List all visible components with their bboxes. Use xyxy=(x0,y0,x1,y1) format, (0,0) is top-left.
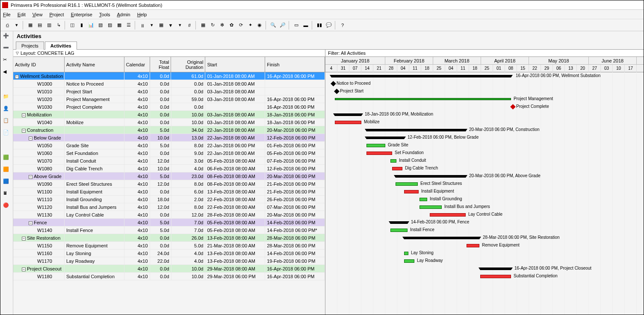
table-row[interactable]: W1110Install Grounding4x1018.0d2.0d22-Fe… xyxy=(13,196,325,203)
arrow-down-icon[interactable]: ▾ xyxy=(148,21,156,30)
menu-edit[interactable]: Edit xyxy=(18,12,26,17)
col-calendar[interactable]: Calendar xyxy=(124,57,150,72)
collapse-icon[interactable]: − xyxy=(15,75,19,79)
milestone[interactable] xyxy=(334,89,340,94)
menu-help[interactable]: Help xyxy=(137,12,147,17)
gantt-bar[interactable] xyxy=(467,244,479,247)
gantt-bar[interactable] xyxy=(331,75,511,77)
zoom-in-icon[interactable]: 🔍 xyxy=(269,21,278,30)
col-activity-id[interactable]: Activity ID xyxy=(13,57,65,72)
add-icon[interactable]: ➕ xyxy=(3,33,11,41)
group-icon[interactable]: ▦ xyxy=(157,21,165,30)
milestone[interactable] xyxy=(510,104,516,110)
gantt-bar[interactable] xyxy=(396,175,466,178)
trace-icon[interactable]: ▩ xyxy=(115,21,124,30)
apply-icon[interactable]: ✻ xyxy=(218,21,226,30)
red-icon[interactable]: 🔴 xyxy=(3,202,11,210)
table-row[interactable]: W1010Project Start4x100.0d0.0d03-Jan-201… xyxy=(13,88,325,95)
gantt-bar[interactable] xyxy=(366,144,385,147)
collapse-icon[interactable]: − xyxy=(22,113,26,117)
table-row[interactable]: W1090Erect Steel Structures4x1012.0d8.0d… xyxy=(13,180,325,188)
gantt-bar[interactable] xyxy=(366,129,466,131)
delete-icon[interactable]: ➖ xyxy=(3,45,11,53)
table-row[interactable]: −Above Grade4x105.0d23.0d08-Feb-2018 08:… xyxy=(13,172,325,180)
col-start[interactable]: Start xyxy=(205,57,265,72)
gantt-bar[interactable] xyxy=(419,205,442,209)
table-row[interactable]: W1040Mobilize4x100.0d10.0d03-Jan-2018 08… xyxy=(13,119,325,126)
gantt-bar[interactable] xyxy=(335,98,511,100)
bars-icon[interactable]: ▮ xyxy=(77,21,86,30)
table-row[interactable]: W1100Install Equipment4x100.0d6.0d13-Feb… xyxy=(13,188,325,196)
chevron-down-icon[interactable]: ▽ xyxy=(16,51,19,55)
table-row[interactable]: −Fence4x105.0d7.0d05-Feb-2018 08:00 AM14… xyxy=(13,219,325,226)
recalc-icon[interactable]: ⟳ xyxy=(236,21,245,30)
gantt-bar[interactable] xyxy=(419,198,427,201)
collapse-icon[interactable]: − xyxy=(29,221,32,225)
gantt-bar[interactable] xyxy=(392,167,402,170)
gantt-bar[interactable] xyxy=(335,121,361,124)
topic-icon[interactable]: 💬 xyxy=(325,21,333,30)
gantt-bar[interactable] xyxy=(404,190,419,193)
gantt-bar[interactable] xyxy=(404,259,414,263)
wbs-icon[interactable]: ☰ xyxy=(124,21,133,30)
store-icon[interactable]: ✦ xyxy=(246,21,254,30)
tab-projects[interactable]: Projects xyxy=(16,42,44,50)
collapse-icon[interactable]: − xyxy=(22,129,26,133)
gantt-bar[interactable] xyxy=(390,229,408,232)
green-icon[interactable]: 🟩 xyxy=(3,155,11,162)
col-finish[interactable]: Finish xyxy=(265,57,325,72)
gantt-bar[interactable] xyxy=(480,267,511,270)
table-row[interactable]: W1170Lay Roadway4x1022.0d4.0d13-Feb-2018… xyxy=(13,257,325,265)
print-icon[interactable]: ⎙ xyxy=(3,21,12,30)
table-row[interactable]: W1000Notice to Proceed4x100.0d0.0d01-Jan… xyxy=(13,80,325,88)
menu-enterprise[interactable]: Enterprise xyxy=(71,12,92,17)
cut-icon[interactable]: ✂ xyxy=(3,57,11,65)
left-arrow-icon[interactable]: ◀ xyxy=(3,69,11,77)
gantt-bar[interactable] xyxy=(404,237,479,239)
menu-admin[interactable]: Admin xyxy=(117,12,130,17)
gantt-bar[interactable] xyxy=(366,137,404,139)
orange-icon[interactable]: 🟧 xyxy=(3,166,11,174)
gantt-icon[interactable]: ▥ xyxy=(45,21,53,30)
table-row[interactable]: W1120Install Bus and Jumpers4x1012.0d8.0… xyxy=(13,203,325,211)
col-activity-name[interactable]: Activity Name xyxy=(65,57,124,72)
layout-icon[interactable]: ▦ xyxy=(26,21,35,30)
arrow-icon[interactable]: ↳ xyxy=(54,21,63,30)
calc-icon[interactable]: 🖩 xyxy=(3,190,11,198)
gantt-bar[interactable] xyxy=(390,221,408,224)
gantt-bar[interactable] xyxy=(404,252,408,255)
menu-project[interactable]: Project xyxy=(49,12,64,17)
chart-icon[interactable]: ◫ xyxy=(68,21,77,30)
clipboard-icon[interactable]: 📋 xyxy=(3,118,11,125)
folder-icon[interactable]: 📁 xyxy=(3,94,11,101)
menu-tools[interactable]: Tools xyxy=(99,12,110,17)
menu-view[interactable]: View xyxy=(32,12,43,17)
gantt-bar[interactable] xyxy=(366,152,392,155)
table-row[interactable]: W1180Substantial Completion4x100.0d10.0d… xyxy=(13,273,325,280)
expand-icon[interactable]: ▭ xyxy=(292,21,301,30)
col-total-float[interactable]: Total Float xyxy=(150,57,171,72)
table-row[interactable]: W1080Dig Cable Trench4x1010.0d4.0d06-Feb… xyxy=(13,165,325,172)
help-icon[interactable]: ? xyxy=(338,21,347,30)
table-row[interactable]: W1160Lay Stoning4x1024.0d4.0d13-Feb-2018… xyxy=(13,250,325,257)
columns-icon[interactable]: ⫼ xyxy=(138,21,147,30)
report-icon[interactable]: ▧ xyxy=(96,21,105,30)
table-row[interactable]: W1050Grade Site4x105.0d8.0d22-Jan-2018 0… xyxy=(13,142,325,149)
docs-icon[interactable]: 📄 xyxy=(3,130,11,137)
table-row[interactable]: W1150Remove Equipment4x100.0d5.0d21-Mar-… xyxy=(13,242,325,250)
table-row[interactable]: −Wellmont Substation4x100.0d61.0d01-Jan-… xyxy=(13,72,325,80)
collapse-icon[interactable]: − xyxy=(22,237,26,241)
collapse-icon[interactable]: − xyxy=(29,137,32,140)
table-row[interactable]: −Construction4x105.0d34.0d22-Jan-2018 08… xyxy=(13,126,325,134)
level-icon[interactable]: ↻ xyxy=(208,21,217,30)
zoom-out-icon[interactable]: 🔎 xyxy=(278,21,287,30)
preview-icon[interactable]: ▾ xyxy=(12,21,21,30)
blue-icon[interactable]: 🟦 xyxy=(3,178,11,186)
user-icon[interactable]: 👤 xyxy=(3,106,11,113)
commit-icon[interactable]: ◉ xyxy=(255,21,264,30)
hash-icon[interactable]: # xyxy=(185,21,194,30)
milestone[interactable] xyxy=(331,81,336,86)
gantt-bar[interactable] xyxy=(430,213,466,217)
table-row[interactable]: −Site Restoration4x100.0d26.0d13-Feb-201… xyxy=(13,234,325,242)
table-row[interactable]: W1070Install Conduit4x1012.0d3.0d05-Feb-… xyxy=(13,157,325,165)
